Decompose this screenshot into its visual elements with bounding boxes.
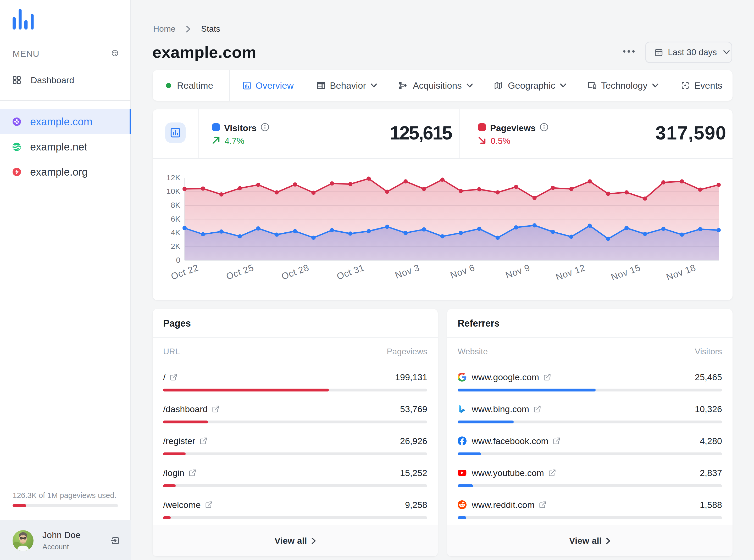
svg-text:6K: 6K [171, 215, 180, 223]
svg-text:Oct 22: Oct 22 [170, 262, 200, 282]
svg-text:Nov 12: Nov 12 [554, 262, 586, 282]
svg-text:2K: 2K [171, 242, 180, 251]
svg-text:Oct 28: Oct 28 [280, 262, 310, 282]
svg-text:0: 0 [176, 256, 180, 264]
svg-text:8K: 8K [171, 201, 180, 209]
svg-text:Nov 15: Nov 15 [610, 262, 642, 282]
svg-text:Oct 25: Oct 25 [225, 262, 255, 282]
svg-text:Nov 18: Nov 18 [665, 262, 697, 282]
svg-text:Nov 3: Nov 3 [394, 262, 421, 281]
svg-text:12K: 12K [167, 173, 180, 182]
svg-text:Oct 31: Oct 31 [335, 262, 366, 282]
svg-text:Nov 9: Nov 9 [504, 262, 531, 281]
svg-text:10K: 10K [167, 187, 180, 196]
svg-text:4K: 4K [171, 228, 180, 237]
svg-text:Nov 6: Nov 6 [449, 262, 476, 281]
